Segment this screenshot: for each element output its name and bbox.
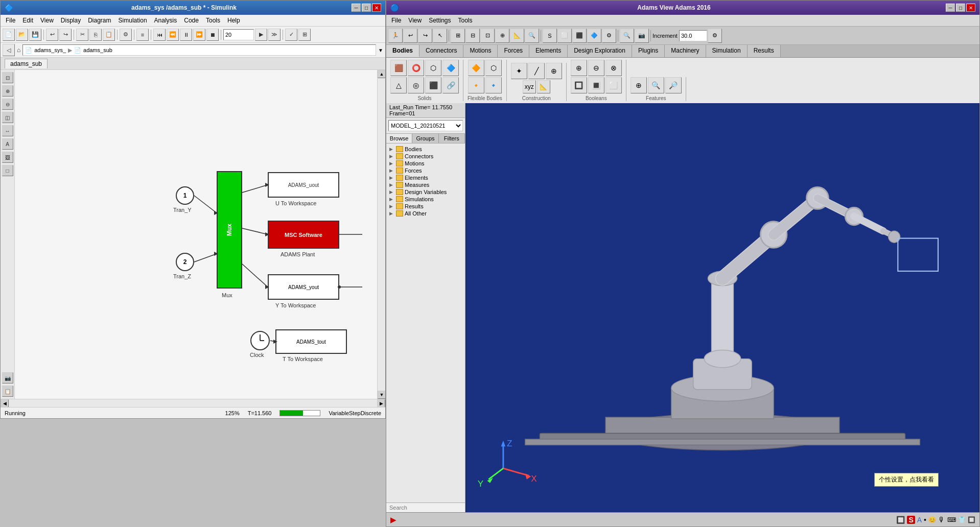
menu-view[interactable]: View: [37, 16, 57, 25]
ime-icon-2[interactable]: S: [907, 516, 915, 524]
adams-tb-btn-8[interactable]: ⊕: [495, 29, 509, 43]
tab-connectors[interactable]: Connectors: [419, 45, 463, 57]
solid-link-icon[interactable]: 🔗: [442, 77, 459, 93]
tb-grid-button[interactable]: ⊞: [298, 29, 311, 41]
flex-icon-4[interactable]: 🔹: [485, 77, 502, 93]
adams-tb-btn-6[interactable]: ⊟: [465, 29, 480, 43]
tb-settings-button[interactable]: ⚙: [120, 29, 132, 41]
tab-motions[interactable]: Motions: [463, 45, 498, 57]
bool-icon-2[interactable]: ⊖: [588, 60, 604, 76]
menu-file[interactable]: File: [3, 16, 18, 25]
bool-icon-4[interactable]: 🔲: [571, 77, 587, 93]
menu-edit[interactable]: Edit: [19, 16, 36, 25]
solid-cone-icon[interactable]: △: [390, 77, 407, 93]
menu-diagram[interactable]: Diagram: [85, 16, 114, 25]
menu-code[interactable]: Code: [181, 16, 202, 25]
simulink-close-button[interactable]: ✕: [372, 4, 381, 12]
tb-stop-button[interactable]: ⏹: [206, 29, 219, 41]
addr-dropdown-button[interactable]: ▼: [378, 47, 383, 53]
tb-rewind-button[interactable]: ⏮: [153, 29, 166, 41]
adams-viewport[interactable]: Z X Y 个性设置，点我看看: [465, 103, 979, 512]
tree-item-elements[interactable]: ▶ Elements: [388, 174, 463, 181]
tree-item-measures[interactable]: ▶ Measures: [388, 181, 463, 188]
vscroll-up[interactable]: ▲: [378, 70, 385, 78]
adams-close-button[interactable]: ✕: [966, 4, 975, 12]
ime-icon-1[interactable]: 🔲: [896, 516, 905, 524]
const-small-1[interactable]: xyz: [523, 80, 536, 93]
feat-icon-3[interactable]: 🔎: [665, 77, 682, 93]
tran-y-block[interactable]: 1: [176, 186, 194, 205]
solid-box-icon[interactable]: 🟫: [390, 60, 407, 76]
simulink-vscroll[interactable]: ▲ ▼: [377, 70, 385, 399]
vscroll-down[interactable]: ▼: [378, 391, 385, 399]
search-input[interactable]: [386, 502, 465, 512]
simulink-canvas[interactable]: 1 Tran_Y 2 Tran_Z Mux Mux ADAMS_uout U T…: [15, 70, 377, 399]
log-icon[interactable]: 📋: [2, 386, 13, 397]
adams-tb-btn-3[interactable]: ↪: [418, 29, 432, 43]
tab-design-exploration[interactable]: Design Exploration: [568, 45, 632, 57]
A-icon[interactable]: A: [2, 138, 13, 150]
ime-icon-7[interactable]: ⌨: [947, 516, 956, 523]
tb-save-button[interactable]: 💾: [29, 29, 41, 41]
tb-run-button[interactable]: ▶: [255, 29, 267, 41]
tb-more-button[interactable]: ≫: [268, 29, 281, 41]
tb-cut-button[interactable]: ✂: [76, 29, 88, 41]
adams-tb-btn-13[interactable]: ⬛: [572, 29, 587, 43]
solid-more-icon[interactable]: 🔷: [442, 60, 459, 76]
tab-simulation[interactable]: Simulation: [706, 45, 748, 57]
tab-machinery[interactable]: Machinery: [665, 45, 706, 57]
tab-bodies[interactable]: Bodies: [386, 45, 419, 57]
tb-pause-button[interactable]: ⏸: [180, 29, 192, 41]
tb-undo-button[interactable]: ↩: [46, 29, 58, 41]
simulink-maximize-button[interactable]: □: [362, 4, 371, 12]
menu-help[interactable]: Help: [224, 16, 243, 25]
ime-icon-5[interactable]: 😊: [928, 516, 936, 523]
menu-analysis[interactable]: Analysis: [151, 16, 180, 25]
adams-menu-view[interactable]: View: [405, 16, 425, 25]
zoom-in-icon[interactable]: ⊕: [2, 85, 13, 97]
tab-plugins[interactable]: Plugins: [632, 45, 665, 57]
hscroll-left[interactable]: ◀: [1, 399, 9, 408]
ime-icon-9[interactable]: 🔲: [968, 516, 975, 523]
adams-tb-btn-12[interactable]: ⬜: [557, 29, 572, 43]
adams-win-controls[interactable]: ─ □ ✕: [946, 4, 975, 12]
adams-sub-tab[interactable]: adams_sub: [5, 59, 48, 68]
adams-tb-btn-14[interactable]: 🔷: [587, 29, 601, 43]
menu-display[interactable]: Display: [58, 16, 84, 25]
tree-item-results[interactable]: ▶ Results: [388, 203, 463, 210]
zoom-percent-icon[interactable]: ◫: [2, 112, 13, 123]
adams-menu-tools[interactable]: Tools: [455, 16, 476, 25]
adams-menu-settings[interactable]: Settings: [426, 16, 454, 25]
solid-plate-icon[interactable]: ⬛: [425, 77, 441, 93]
const-frame-icon[interactable]: ⊕: [546, 63, 562, 79]
tb-redo-button[interactable]: ↪: [59, 29, 72, 41]
tree-item-simulations[interactable]: ▶ Simulations: [388, 196, 463, 203]
menu-tools[interactable]: Tools: [203, 16, 223, 25]
adams-tb-btn-17[interactable]: 📷: [635, 29, 649, 43]
solid-cylinder-icon[interactable]: ⬡: [425, 60, 441, 76]
tree-item-all-other[interactable]: ▶ All Other: [388, 210, 463, 217]
simulink-win-controls[interactable]: ─ □ ✕: [352, 4, 381, 12]
adams-minimize-button[interactable]: ─: [946, 4, 955, 12]
solid-sphere-icon[interactable]: ⭕: [408, 60, 424, 76]
zoom-fit-icon[interactable]: ⊡: [2, 72, 13, 83]
adams-tb-select[interactable]: ↖: [433, 29, 447, 43]
adams-tb-btn-16[interactable]: 🔍: [620, 29, 634, 43]
adams-tb-btn-11[interactable]: S: [543, 29, 557, 43]
capture-icon[interactable]: 📷: [2, 372, 13, 384]
adams-menu-file[interactable]: File: [388, 16, 404, 25]
tb-copy-button[interactable]: ⎘: [89, 29, 102, 41]
adams-tb-btn-10[interactable]: 🔍: [525, 29, 539, 43]
hscroll-right[interactable]: ▶: [377, 399, 385, 408]
ime-icon-3[interactable]: A: [917, 516, 922, 524]
adams-tb-btn-2[interactable]: ↩: [403, 29, 417, 43]
tab-results[interactable]: Results: [748, 45, 781, 57]
tran-z-block[interactable]: 2: [176, 253, 194, 271]
home-icon[interactable]: ⌂: [17, 46, 20, 54]
menu-simulation[interactable]: Simulation: [115, 16, 150, 25]
hscroll-track[interactable]: [9, 399, 377, 407]
tb-check-button[interactable]: ✓: [285, 29, 297, 41]
bool-icon-1[interactable]: ⊕: [571, 60, 587, 76]
feat-icon-1[interactable]: ⊕: [631, 77, 647, 93]
adams-tb-btn-1[interactable]: 🏃: [388, 29, 403, 43]
